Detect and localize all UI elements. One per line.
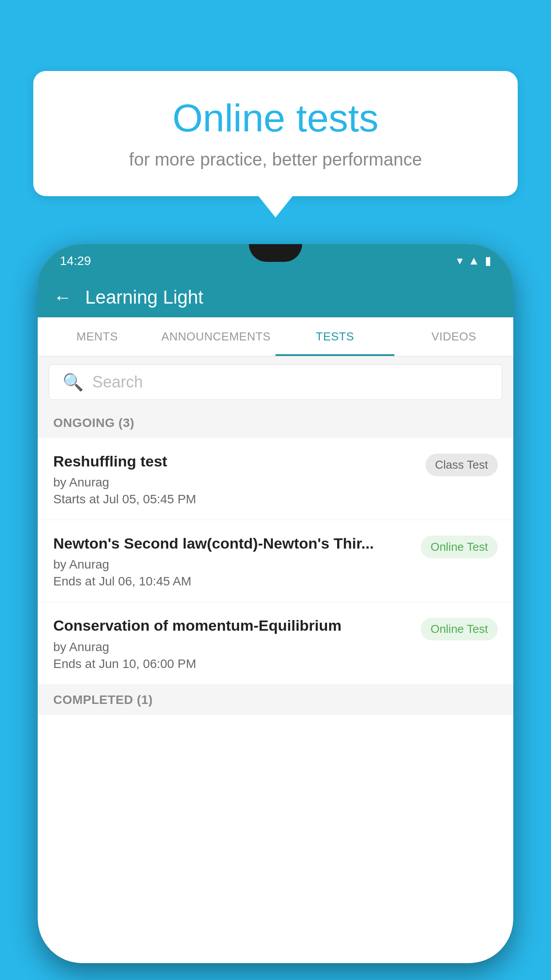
search-icon: 🔍 xyxy=(63,372,83,392)
search-container: 🔍 Search xyxy=(38,356,513,408)
test-name-1: Reshuffling test xyxy=(53,451,417,471)
tab-ments[interactable]: MENTS xyxy=(38,317,157,356)
test-info-1: Reshuffling test by Anurag Starts at Jul… xyxy=(53,451,425,506)
wifi-icon: ▾ xyxy=(457,254,463,268)
test-item[interactable]: Reshuffling test by Anurag Starts at Jul… xyxy=(38,438,513,520)
test-badge-3: Online Test xyxy=(421,618,498,640)
phone-screen: 14:29 ▾ ▲ ▮ ← Learning Light MEN xyxy=(38,244,513,963)
search-box[interactable]: 🔍 Search xyxy=(49,364,502,400)
test-item[interactable]: Conservation of momentum-Equilibrium by … xyxy=(38,602,513,684)
status-bar: 14:29 ▾ ▲ ▮ xyxy=(38,244,513,277)
phone-frame: 14:29 ▾ ▲ ▮ ← Learning Light MEN xyxy=(38,244,513,963)
completed-section-header: COMPLETED (1) xyxy=(38,685,513,715)
back-button[interactable]: ← xyxy=(53,288,72,307)
tab-tests[interactable]: TESTS xyxy=(276,317,394,356)
ongoing-section-header: ONGOING (3) xyxy=(38,408,513,438)
test-list: Reshuffling test by Anurag Starts at Jul… xyxy=(38,438,513,963)
battery-icon: ▮ xyxy=(485,254,491,268)
phone-mockup: 14:29 ▾ ▲ ▮ ← Learning Light MEN xyxy=(38,244,513,963)
test-badge-1: Class Test xyxy=(425,454,498,476)
tab-announcements[interactable]: ANNOUNCEMENTS xyxy=(157,317,276,356)
status-time: 14:29 xyxy=(60,254,91,268)
test-name-3: Conservation of momentum-Equilibrium xyxy=(53,616,412,635)
test-name-2: Newton's Second law(contd)-Newton's Thir… xyxy=(53,533,412,553)
status-icons: ▾ ▲ ▮ xyxy=(457,254,491,268)
test-date-2: Ends at Jul 06, 10:45 AM xyxy=(53,574,412,589)
test-badge-2: Online Test xyxy=(421,536,498,558)
tabs-bar: MENTS ANNOUNCEMENTS TESTS VIDEOS xyxy=(38,317,513,356)
test-author-2: by Anurag xyxy=(53,557,412,572)
bubble-title: Online tests xyxy=(60,95,491,141)
test-info-3: Conservation of momentum-Equilibrium by … xyxy=(53,616,421,671)
ongoing-label: ONGOING (3) xyxy=(53,416,134,430)
notch xyxy=(249,244,302,262)
completed-label: COMPLETED (1) xyxy=(53,693,153,707)
test-item[interactable]: Newton's Second law(contd)-Newton's Thir… xyxy=(38,520,513,602)
app-header: ← Learning Light xyxy=(38,277,513,317)
test-date-3: Ends at Jun 10, 06:00 PM xyxy=(53,657,412,671)
search-placeholder: Search xyxy=(92,373,143,391)
test-info-2: Newton's Second law(contd)-Newton's Thir… xyxy=(53,533,421,589)
test-author-3: by Anurag xyxy=(53,640,412,654)
app-title: Learning Light xyxy=(85,287,203,308)
bubble-subtitle: for more practice, better performance xyxy=(60,150,491,170)
promo-bubble: Online tests for more practice, better p… xyxy=(33,71,518,196)
tab-videos[interactable]: VIDEOS xyxy=(394,317,513,356)
test-author-1: by Anurag xyxy=(53,475,417,490)
test-date-1: Starts at Jul 05, 05:45 PM xyxy=(53,492,417,506)
signal-icon: ▲ xyxy=(468,254,480,268)
